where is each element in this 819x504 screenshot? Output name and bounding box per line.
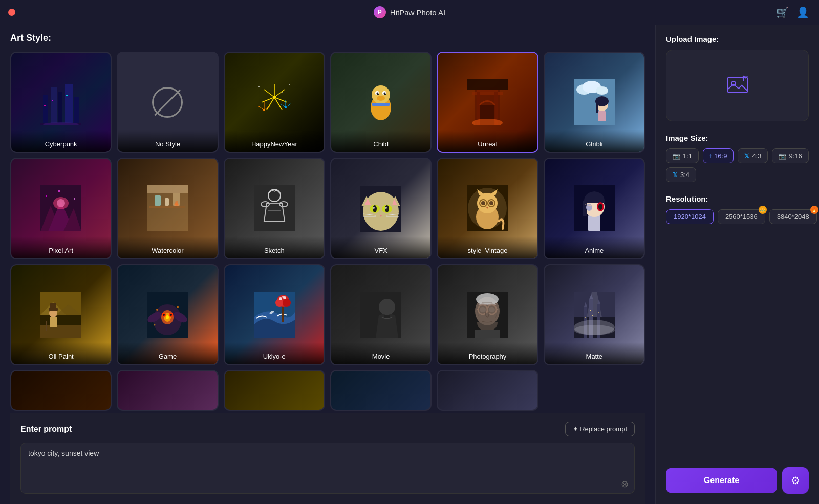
res-3840-button[interactable]: 3840*2048 🔥 [769,209,817,224]
prompt-input[interactable]: tokyo city, sunset view [20,443,635,494]
art-label-unreal: Unreal [438,130,537,152]
svg-rect-123 [50,317,57,327]
art-card-vintage[interactable]: style_Vintage [437,158,538,259]
art-card-watercolor[interactable]: Watercolor [117,158,218,259]
svg-point-144 [279,297,282,300]
size-4-3-button[interactable]: 𝕏 4:3 [738,148,768,163]
svg-rect-67 [165,198,169,206]
svg-point-162 [489,307,495,312]
svg-point-142 [275,299,284,307]
svg-rect-7 [44,105,46,106]
art-card-matte[interactable]: Matte [544,264,645,365]
art-label-watercolor: Watercolor [118,236,217,258]
svg-point-138 [154,324,156,325]
svg-rect-53 [596,102,598,113]
art-card-ghibli[interactable]: Ghibli [544,52,645,153]
svg-rect-0 [43,95,48,125]
art-label-sketch: Sketch [225,236,324,258]
res-1920-button[interactable]: 1920*1024 [666,209,714,224]
right-panel: Upload Image: Image Size: 📷 1:1 [655,25,819,504]
art-card-happynewyear[interactable]: HappyNewYear [224,52,325,153]
art-card-anime[interactable]: Anime [544,158,645,259]
window-controls [8,9,15,16]
res-2560-button[interactable]: 2560*1536 👑 [718,209,765,224]
settings-button[interactable]: ⚙ [782,467,809,494]
size-9-16-label: 9:16 [789,152,802,160]
art-card-oilpaint[interactable]: Oil Paint [10,264,112,365]
prompt-header: Enter prompt ✦ Replace prompt [20,422,635,436]
svg-line-24 [286,104,291,107]
camera-icon: 📷 [673,152,680,160]
art-card-photography[interactable]: Photography [437,264,538,365]
art-label-vintage: style_Vintage [438,236,537,258]
upload-box[interactable] [666,50,809,121]
art-card-partial4[interactable] [330,370,432,411]
svg-point-143 [283,299,291,307]
svg-rect-72 [254,185,295,231]
svg-point-137 [177,306,179,308]
svg-rect-124 [46,321,47,331]
art-label-cyberpunk: Cyberpunk [11,130,111,152]
art-card-game[interactable]: Game [117,264,218,365]
size-3-4-button[interactable]: 𝕏 3:4 [666,167,696,182]
svg-point-153 [476,293,499,305]
svg-rect-4 [74,97,79,125]
svg-rect-3 [65,84,73,125]
svg-rect-122 [50,303,56,309]
art-label-vfx: VFX [331,236,430,258]
size-1-1-button[interactable]: 📷 1:1 [666,148,699,163]
svg-point-71 [175,201,178,206]
close-dot[interactable] [8,9,15,16]
upload-icon [725,73,750,98]
svg-point-30 [372,85,390,104]
art-label-ukiyoe: Ukiyo-e [225,342,324,364]
svg-point-136 [156,309,158,311]
art-card-unreal[interactable]: Unreal [437,52,538,153]
svg-rect-175 [592,315,593,316]
svg-point-28 [282,92,283,93]
svg-rect-2 [58,92,62,125]
resolution-section: Resolution: 1920*1024 2560*1536 👑 3840*2… [666,194,809,224]
no-style-icon [152,87,183,118]
svg-rect-62 [74,198,75,200]
image-size-label: Image Size: [666,134,809,142]
art-card-cyberpunk[interactable]: Cyberpunk [10,52,112,153]
svg-point-33 [377,93,379,95]
art-card-nostyle[interactable]: No Style [117,52,218,153]
size-9-16-button[interactable]: 📷 9:16 [772,148,808,163]
art-card-ukiyoe[interactable]: Ukiyo-e [224,264,325,365]
user-icon[interactable]: 👤 [796,6,809,18]
settings-icon: ⚙ [791,474,800,487]
art-card-partial3[interactable] [224,370,325,411]
art-card-partial2[interactable] [117,370,218,411]
image-size-section: Image Size: 📷 1:1 f 16:9 𝕏 4:3 📷 9:16 [666,134,809,182]
svg-rect-6 [66,95,68,96]
generate-button[interactable]: Generate [666,468,777,493]
app-logo: P [374,6,386,18]
replace-prompt-button[interactable]: ✦ Replace prompt [565,422,635,436]
svg-point-27 [289,84,290,85]
art-card-vfx[interactable]: VFX [330,158,432,259]
cart-icon[interactable]: 🛒 [776,6,788,18]
svg-rect-41 [472,92,503,95]
size-16-9-label: 16:9 [714,152,727,160]
art-card-movie[interactable]: Movie [330,264,432,365]
art-style-title: Art Style: [10,33,645,43]
art-card-pixelart[interactable]: Pixel Art [10,158,112,259]
svg-rect-63 [58,190,60,192]
size-options: 📷 1:1 f 16:9 𝕏 4:3 📷 9:16 𝕏 3:4 [666,148,809,182]
svg-rect-61 [46,195,47,197]
art-label-matte: Matte [545,342,644,364]
svg-point-88 [373,207,375,209]
art-card-partial1[interactable] [10,370,112,411]
size-16-9-button[interactable]: f 16:9 [703,148,734,163]
art-card-child[interactable]: Child [330,52,432,153]
titlebar-actions: 🛒 👤 [776,6,809,18]
svg-line-12 [274,90,285,97]
art-label-pixelart: Pixel Art [11,236,111,258]
clear-prompt-icon[interactable]: ⊗ [621,478,629,490]
art-card-partial5[interactable] [437,370,538,411]
art-card-sketch[interactable]: Sketch [224,158,325,259]
size-4-3-label: 4:3 [752,152,761,160]
svg-line-25 [281,104,286,107]
